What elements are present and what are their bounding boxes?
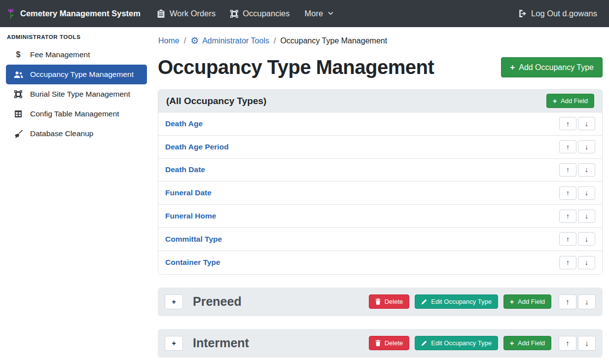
edit-occupancy-type-label: Edit Occupancy Type (431, 298, 492, 305)
move-up-button[interactable]: ↑ (559, 294, 576, 309)
move-up-button[interactable]: ↑ (559, 163, 576, 177)
section-title: Preneed (193, 294, 369, 309)
breadcrumb-admin-tools-link[interactable]: ⚙ Administrator Tools (190, 36, 269, 45)
section-title: Interment (193, 336, 369, 350)
work-orders-icon (157, 9, 165, 18)
delete-label: Delete (385, 298, 403, 305)
card-title: (All Occupancy Types) (166, 96, 266, 107)
field-link-funeral-date[interactable]: Funeral Date (165, 188, 212, 197)
move-down-button[interactable]: ↓ (578, 294, 596, 309)
expand-section-button[interactable]: + (165, 294, 183, 309)
up-arrow-icon: ↑ (566, 235, 570, 243)
move-down-button[interactable]: ↓ (578, 256, 595, 269)
down-arrow-icon: ↓ (585, 166, 588, 174)
add-field-button[interactable]: + Add Field (503, 336, 551, 350)
down-arrow-icon: ↓ (585, 189, 588, 197)
move-up-button[interactable]: ↑ (559, 210, 576, 223)
field-link-death-age-period[interactable]: Death Age Period (165, 143, 229, 151)
plus-icon: + (172, 340, 176, 347)
all-occupancy-types-header: (All Occupancy Types) + Add Field (158, 90, 602, 112)
move-down-button[interactable]: ↓ (578, 140, 595, 153)
down-arrow-icon: ↓ (585, 235, 588, 243)
edit-occupancy-type-button[interactable]: Edit Occupancy Type (415, 294, 498, 309)
sidebar-item-label: Occupancy Type Management (30, 70, 134, 79)
down-arrow-icon: ↓ (585, 339, 589, 347)
move-down-button[interactable]: ↓ (578, 117, 595, 130)
field-link-funeral-home[interactable]: Funeral Home (165, 212, 216, 220)
field-row: Funeral Home ↑ ↓ (158, 205, 602, 228)
section-actions: Delete Edit Occupancy Type + Add Field ↑… (369, 336, 596, 351)
main-nav: Work Orders Occupancies More (149, 5, 511, 22)
sidebar-item-fee-management[interactable]: $ Fee Management (6, 45, 147, 65)
main-content: Home / ⚙ Administrator Tools / Occupancy… (152, 27, 609, 364)
move-up-button[interactable]: ↑ (559, 117, 576, 130)
add-field-label: Add Field (518, 298, 545, 305)
move-up-button[interactable]: ↑ (559, 336, 576, 351)
delete-button[interactable]: Delete (369, 336, 410, 350)
reorder-controls: ↑ ↓ (559, 186, 595, 200)
dollar-icon: $ (13, 50, 24, 59)
breadcrumb-home-link[interactable]: Home (158, 36, 179, 45)
field-link-death-date[interactable]: Death Date (165, 165, 205, 174)
sidebar-item-label: Database Cleanup (30, 129, 93, 138)
edit-occupancy-type-label: Edit Occupancy Type (431, 339, 492, 347)
move-up-button[interactable]: ↑ (559, 256, 576, 269)
reorder-controls: ↑ ↓ (559, 294, 596, 309)
sidebar-item-occupancy-type-management[interactable]: Occupancy Type Management (6, 65, 147, 84)
sidebar-item-database-cleanup[interactable]: Database Cleanup (6, 124, 147, 144)
pencil-icon (421, 299, 427, 305)
reorder-controls: ↑ ↓ (559, 117, 595, 130)
occupancies-icon (230, 10, 238, 18)
up-arrow-icon: ↑ (566, 166, 570, 174)
delete-button[interactable]: Delete (369, 294, 410, 309)
logo-flower-icon (6, 7, 16, 20)
reorder-controls: ↑ ↓ (559, 210, 595, 223)
breadcrumb-separator: / (184, 36, 186, 45)
sidebar-item-config-table-management[interactable]: Config Table Management (6, 104, 147, 124)
field-row: Funeral Date ↑ ↓ (158, 182, 602, 205)
edit-occupancy-type-button[interactable]: Edit Occupancy Type (415, 336, 498, 350)
breadcrumb-separator: / (274, 36, 276, 45)
move-up-button[interactable]: ↑ (559, 140, 576, 153)
move-down-button[interactable]: ↓ (578, 163, 595, 177)
move-down-button[interactable]: ↓ (578, 186, 595, 200)
admin-tools-sidebar: Administrator Tools $ Fee Management Occ… (0, 27, 152, 364)
add-field-button[interactable]: + Add Field (503, 294, 551, 309)
up-arrow-icon: ↑ (566, 297, 570, 306)
add-occupancy-type-button[interactable]: + Add Occupancy Type (501, 57, 603, 77)
plus-icon: + (510, 63, 515, 72)
field-link-death-age[interactable]: Death Age (165, 119, 203, 128)
nav-work-orders[interactable]: Work Orders (149, 5, 223, 22)
down-arrow-icon: ↓ (585, 212, 588, 220)
field-link-container-type[interactable]: Container Type (165, 258, 220, 267)
add-occupancy-type-label: Add Occupancy Type (519, 63, 594, 72)
logout-label: Log Out d.gowans (531, 9, 597, 18)
down-arrow-icon: ↓ (585, 120, 588, 128)
move-down-button[interactable]: ↓ (578, 232, 595, 246)
delete-label: Delete (385, 339, 403, 347)
nav-label: Work Orders (170, 9, 215, 18)
nav-occupancies[interactable]: Occupancies (223, 5, 297, 22)
app-brand[interactable]: Cemetery Management System (6, 7, 141, 20)
down-arrow-icon: ↓ (585, 143, 588, 151)
move-down-button[interactable]: ↓ (578, 210, 595, 223)
move-up-button[interactable]: ↑ (559, 186, 576, 200)
plus-icon: + (553, 98, 557, 105)
move-up-button[interactable]: ↑ (559, 232, 576, 246)
field-link-committal-type[interactable]: Committal Type (165, 235, 222, 244)
sidebar-item-burial-site-type-management[interactable]: Burial Site Type Management (6, 84, 147, 104)
nav-more[interactable]: More (297, 5, 342, 22)
up-arrow-icon: ↑ (566, 143, 570, 151)
trash-icon (375, 298, 381, 305)
logout-button[interactable]: Log Out d.gowans (511, 5, 597, 22)
broom-icon (13, 130, 24, 138)
expand-section-button[interactable]: + (165, 336, 183, 351)
add-field-button[interactable]: + Add Field (546, 94, 594, 108)
reorder-controls: ↑ ↓ (559, 336, 596, 351)
sidebar-item-label: Burial Site Type Management (30, 90, 130, 99)
reorder-controls: ↑ ↓ (559, 163, 595, 177)
sidebar-item-label: Fee Management (30, 50, 90, 59)
move-down-button[interactable]: ↓ (578, 336, 596, 351)
reorder-controls: ↑ ↓ (559, 256, 595, 269)
nav-label: More (305, 9, 323, 18)
